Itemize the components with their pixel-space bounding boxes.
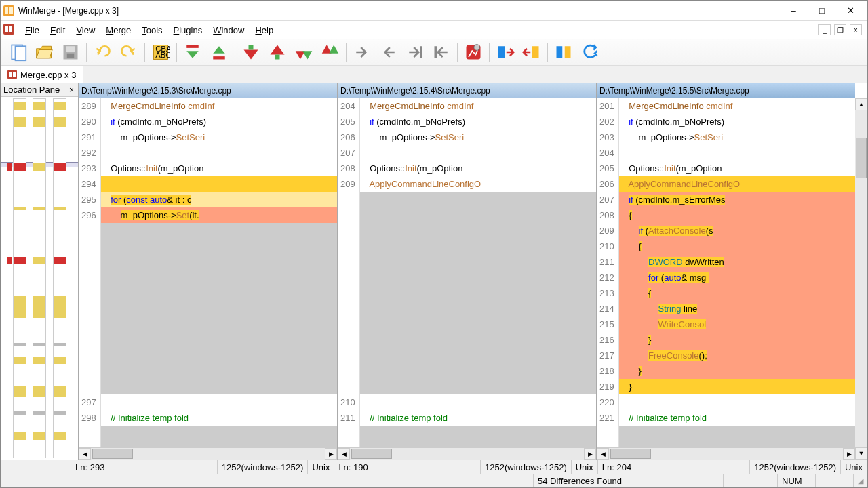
- vertical-scrollbar[interactable]: ▲ ▼: [855, 98, 867, 460]
- encoding-button[interactable]: CBAABC: [148, 41, 174, 64]
- menu-edit[interactable]: Edit: [45, 23, 71, 37]
- app-icon-small: [3, 24, 16, 36]
- refresh-button[interactable]: [577, 41, 603, 64]
- code-area[interactable]: 289290291292293294295296297298 MergeCmdL…: [79, 98, 337, 447]
- open-icon: [35, 43, 54, 62]
- minimize-button[interactable]: –: [779, 1, 808, 20]
- title-bar: WinMerge - [Merge.cpp x 3] – □ ✕: [1, 1, 867, 21]
- mdi-close[interactable]: ×: [850, 24, 862, 35]
- svg-rect-15: [213, 56, 225, 59]
- svg-rect-1: [5, 7, 8, 14]
- status-row-panes: Ln: 2931252(windows-1252)UnixLn: 1901252…: [1, 460, 867, 474]
- svg-rect-22: [498, 46, 506, 58]
- swap-1-2-icon: [496, 43, 515, 62]
- svg-point-21: [474, 45, 480, 51]
- svg-rect-17: [275, 55, 280, 60]
- copy-all-left-button[interactable]: [429, 41, 454, 64]
- swap-1-2-button[interactable]: [492, 41, 518, 64]
- redo-button[interactable]: [116, 41, 142, 64]
- file-pane-1: D:\Temp\WinMerge\2.15.3\Src\Merge.cpp289…: [79, 83, 337, 460]
- horizontal-scrollbar[interactable]: ◀▶: [79, 447, 337, 460]
- svg-rect-3: [3, 24, 14, 35]
- menu-help[interactable]: Help: [250, 23, 279, 37]
- window-title: WinMerge - [Merge.cpp x 3]: [18, 6, 779, 16]
- next-conflict-button[interactable]: [291, 41, 317, 64]
- copy-right-button[interactable]: [349, 41, 375, 64]
- code-area[interactable]: 2012022032042052062072082092102112122132…: [597, 98, 855, 447]
- last-diff-button[interactable]: [206, 41, 232, 64]
- horizontal-scrollbar[interactable]: ◀▶: [338, 447, 596, 460]
- svg-rect-16: [249, 45, 254, 50]
- location-pane-close-icon[interactable]: ×: [68, 85, 75, 95]
- menu-file[interactable]: File: [20, 23, 45, 37]
- undo-button[interactable]: [90, 41, 115, 64]
- copy-left-button[interactable]: [376, 41, 401, 64]
- mdi-restore[interactable]: ❐: [834, 24, 846, 35]
- doc-icon: [7, 70, 17, 79]
- svg-rect-9: [66, 46, 75, 52]
- svg-text:ABC: ABC: [155, 51, 170, 59]
- copy-all-left-icon: [432, 43, 451, 62]
- status-cell: Unix: [308, 460, 334, 474]
- copy-right-icon: [353, 43, 372, 62]
- svg-rect-7: [16, 46, 26, 60]
- status-row-main: 54 Differences Found NUM ◢: [1, 474, 867, 487]
- refresh-icon: [580, 43, 599, 62]
- mdi-minimize[interactable]: _: [818, 24, 831, 35]
- doc-tab-merge[interactable]: Merge.cpp x 3: [1, 66, 83, 83]
- horizontal-scrollbar[interactable]: ◀▶: [597, 447, 855, 460]
- maximize-button[interactable]: □: [808, 1, 836, 20]
- svg-rect-10: [67, 54, 75, 58]
- redo-icon: [119, 43, 138, 62]
- first-diff-button[interactable]: [180, 41, 205, 64]
- pane-header[interactable]: D:\Temp\WinMerge\2.15.5\Src\Merge.cpp: [597, 83, 855, 98]
- diff-count: 54 Differences Found: [534, 474, 669, 487]
- toolbar: CBAABC: [1, 39, 867, 66]
- menu-window[interactable]: Window: [208, 23, 250, 37]
- svg-rect-27: [9, 72, 12, 77]
- swap-2-3-button[interactable]: [519, 41, 545, 64]
- copy-all-right-icon: [406, 43, 425, 62]
- svg-rect-4: [5, 26, 8, 32]
- encoding-icon: CBAABC: [151, 43, 170, 62]
- pane-header[interactable]: D:\Temp\WinMerge\2.15.3\Src\Merge.cpp: [79, 83, 337, 98]
- svg-rect-19: [435, 46, 437, 58]
- menu-bar: FileEditViewMergeToolsPluginsWindowHelp …: [1, 21, 867, 39]
- svg-rect-2: [9, 7, 13, 14]
- next-diff-button[interactable]: [238, 41, 264, 64]
- options-button[interactable]: [460, 41, 486, 64]
- close-button[interactable]: ✕: [836, 1, 865, 20]
- svg-rect-5: [9, 26, 12, 32]
- code-area[interactable]: 204205206207208209210211 MergeCmdLineInf…: [338, 98, 596, 447]
- status-cell: [1, 460, 71, 474]
- status-cell: Unix: [841, 460, 867, 474]
- pane-header[interactable]: D:\Temp\WinMerge\2.15.4\Src\Merge.cpp: [338, 83, 596, 98]
- new-button[interactable]: [5, 41, 31, 64]
- scroll-up-icon[interactable]: ▲: [855, 98, 867, 110]
- app-icon: [3, 5, 14, 16]
- mdi-controls: _ ❐ ×: [818, 24, 865, 35]
- copy-all-right-button[interactable]: [402, 41, 428, 64]
- menu-merge[interactable]: Merge: [100, 23, 136, 37]
- new-icon: [8, 43, 27, 62]
- resize-grip-icon[interactable]: ◢: [858, 476, 863, 485]
- prev-diff-button[interactable]: [264, 41, 290, 64]
- status-cell: Ln: 204: [598, 460, 751, 474]
- prev-conflict-button[interactable]: [317, 41, 343, 64]
- menu-tools[interactable]: Tools: [136, 23, 167, 37]
- copy-left-icon: [379, 43, 398, 62]
- status-cell: 1252(windows-1252): [750, 460, 841, 474]
- open-button[interactable]: [31, 41, 57, 64]
- svg-rect-24: [557, 46, 563, 58]
- menu-plugins[interactable]: Plugins: [168, 23, 208, 37]
- file-pane-2: D:\Temp\WinMerge\2.15.4\Src\Merge.cpp204…: [337, 83, 596, 460]
- menu-view[interactable]: View: [71, 23, 100, 37]
- swap-1-3-button[interactable]: [551, 41, 576, 64]
- main-area: Location Pane × D:\Temp\WinMerge\2.15.3\…: [1, 83, 867, 460]
- swap-2-3-icon: [522, 43, 541, 62]
- save-button[interactable]: [58, 41, 83, 64]
- location-pane-body[interactable]: [1, 97, 78, 460]
- prev-conflict-icon: [321, 43, 340, 62]
- location-pane: Location Pane ×: [1, 83, 79, 460]
- scroll-down-icon[interactable]: ▼: [855, 447, 867, 460]
